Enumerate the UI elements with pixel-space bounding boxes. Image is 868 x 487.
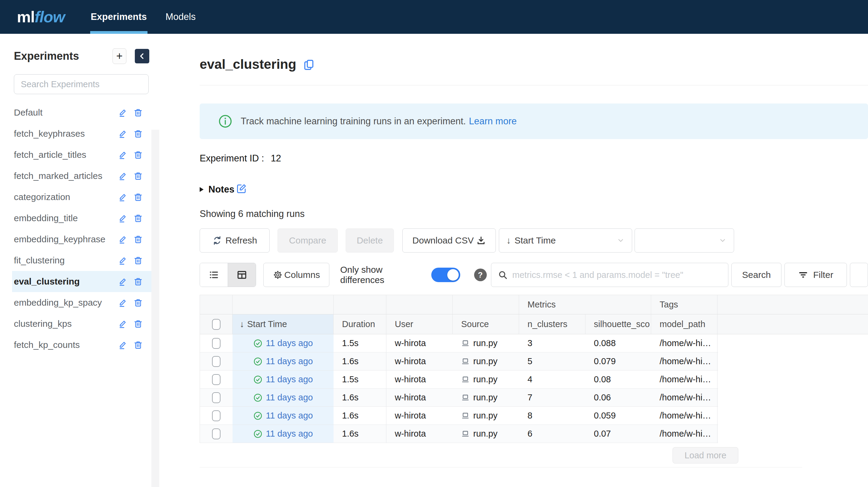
extra-button-cutoff[interactable] <box>850 263 868 287</box>
sidebar-experiment-item[interactable]: fetch_article_titles <box>12 144 151 165</box>
nav-tabs: Experiments Models <box>90 0 214 34</box>
sort-select[interactable]: ↓ Start Time <box>499 229 632 252</box>
notes-section[interactable]: Notes <box>200 183 868 196</box>
sidebar-experiment-item[interactable]: embedding_kp_spacy <box>12 292 151 313</box>
edit-experiment-icon[interactable] <box>118 129 128 139</box>
sidebar-experiment-item[interactable]: fetch_keyphrases <box>12 123 151 144</box>
learn-more-link[interactable]: Learn more <box>469 116 517 127</box>
sidebar-experiment-item[interactable]: fit_clustering <box>12 250 151 271</box>
search-button[interactable]: Search <box>732 263 781 287</box>
title-divider <box>200 85 868 85</box>
delete-experiment-icon[interactable] <box>133 298 143 307</box>
metric-silhouette-score: 0.059 <box>585 407 651 425</box>
edit-experiment-icon[interactable] <box>118 298 128 307</box>
row-checkbox[interactable] <box>212 410 220 421</box>
sidebar-experiment-item[interactable]: categorization <box>12 186 151 208</box>
sidebar-experiment-item[interactable]: clustering_kps <box>12 313 151 334</box>
row-checkbox[interactable] <box>212 428 220 439</box>
row-checkbox[interactable] <box>212 392 220 403</box>
edit-experiment-icon[interactable] <box>118 255 128 265</box>
metric-silhouette-score: 0.07 <box>585 425 651 443</box>
row-checkbox[interactable] <box>212 356 220 367</box>
download-csv-button[interactable]: Download CSV <box>402 229 496 252</box>
help-icon[interactable]: ? <box>474 269 487 281</box>
empty-select[interactable] <box>634 229 734 252</box>
download-csv-label: Download CSV <box>412 235 473 246</box>
table-view-button[interactable] <box>228 263 256 287</box>
edit-experiment-icon[interactable] <box>118 340 128 350</box>
runs-toolbar-primary: Refresh Compare Delete Download CSV ↓ St… <box>200 229 868 252</box>
load-more-button[interactable]: Load more <box>673 447 738 463</box>
copy-icon[interactable] <box>303 59 315 71</box>
mlflow-logo[interactable]: mlflow <box>17 0 65 34</box>
row-checkbox[interactable] <box>212 338 220 349</box>
row-checkbox-cell <box>200 370 232 388</box>
delete-experiment-icon[interactable] <box>133 213 143 223</box>
run-link[interactable]: 11 days ago <box>266 338 313 348</box>
column-header-start-time[interactable]: ↓ Start Time <box>232 314 334 334</box>
run-link[interactable]: 11 days ago <box>266 393 313 402</box>
run-source-name: run.py <box>473 374 498 385</box>
column-header-user[interactable]: User <box>386 314 453 334</box>
sidebar-experiment-item[interactable]: Default <box>12 102 151 123</box>
edit-experiment-icon[interactable] <box>118 319 128 329</box>
search-experiments-input[interactable] <box>14 74 149 94</box>
delete-experiment-icon[interactable] <box>133 235 143 244</box>
experiment-name: eval_clustering <box>14 276 113 287</box>
column-header-source[interactable]: Source <box>453 314 519 334</box>
tab-experiments[interactable]: Experiments <box>90 0 148 34</box>
delete-experiment-icon[interactable] <box>133 277 143 286</box>
run-link[interactable]: 11 days ago <box>266 429 313 439</box>
add-experiment-button[interactable]: + <box>113 48 126 64</box>
delete-experiment-icon[interactable] <box>133 192 143 202</box>
tab-models[interactable]: Models <box>165 0 196 34</box>
delete-experiment-icon[interactable] <box>133 108 143 117</box>
refresh-button[interactable]: Refresh <box>200 229 270 252</box>
delete-experiment-icon[interactable] <box>133 319 143 329</box>
list-view-button[interactable] <box>200 263 228 287</box>
header-checkbox-cell <box>200 314 232 334</box>
edit-note-icon[interactable] <box>236 183 247 194</box>
sidebar-experiment-item[interactable]: embedding_keyphrase <box>12 229 151 250</box>
column-header-duration[interactable]: Duration <box>334 314 386 334</box>
columns-button[interactable]: Columns <box>263 263 329 287</box>
delete-experiment-icon[interactable] <box>133 150 143 160</box>
row-checkbox[interactable] <box>212 374 220 385</box>
edit-experiment-icon[interactable] <box>118 213 128 223</box>
runs-search-input[interactable] <box>513 270 722 280</box>
compare-button[interactable]: Compare <box>277 229 338 252</box>
row-checkbox-cell <box>200 407 232 425</box>
delete-experiment-icon[interactable] <box>133 255 143 265</box>
select-all-checkbox[interactable] <box>212 319 220 330</box>
sidebar-experiment-item[interactable]: fetch_kp_counts <box>12 334 151 356</box>
edit-experiment-icon[interactable] <box>118 192 128 202</box>
edit-experiment-icon[interactable] <box>118 171 128 181</box>
sidebar-experiment-item[interactable]: embedding_title <box>12 208 151 229</box>
run-success-icon <box>253 429 262 438</box>
only-show-differences-toggle[interactable] <box>431 268 460 282</box>
edit-experiment-icon[interactable] <box>118 235 128 244</box>
column-header-silhouette-score[interactable]: silhouette_sco <box>585 314 651 334</box>
run-link[interactable]: 11 days ago <box>266 374 313 385</box>
column-header-n-clusters[interactable]: n_clusters <box>519 314 585 334</box>
experiment-name: fetch_article_titles <box>14 150 113 160</box>
column-header-model-path[interactable]: model_path <box>651 314 717 334</box>
filter-button[interactable]: Filter <box>784 263 847 287</box>
delete-experiment-icon[interactable] <box>133 129 143 139</box>
header-filler <box>717 314 868 334</box>
sidebar-scrollbar[interactable] <box>151 130 159 487</box>
run-link[interactable]: 11 days ago <box>266 410 313 421</box>
experiment-detail: eval_clustering Track machine learning t… <box>160 34 868 487</box>
run-source-name: run.py <box>473 410 498 421</box>
delete-experiment-icon[interactable] <box>133 171 143 181</box>
collapse-sidebar-button[interactable] <box>135 49 149 63</box>
run-link[interactable]: 11 days ago <box>266 356 313 366</box>
delete-experiment-icon[interactable] <box>133 340 143 350</box>
edit-experiment-icon[interactable] <box>118 108 128 117</box>
edit-experiment-icon[interactable] <box>118 277 128 286</box>
row-checkbox-cell <box>200 334 232 352</box>
sidebar-experiment-item[interactable]: eval_clustering <box>12 271 151 292</box>
delete-button[interactable]: Delete <box>346 229 394 252</box>
edit-experiment-icon[interactable] <box>118 150 128 160</box>
sidebar-experiment-item[interactable]: fetch_marked_articles <box>12 165 151 186</box>
